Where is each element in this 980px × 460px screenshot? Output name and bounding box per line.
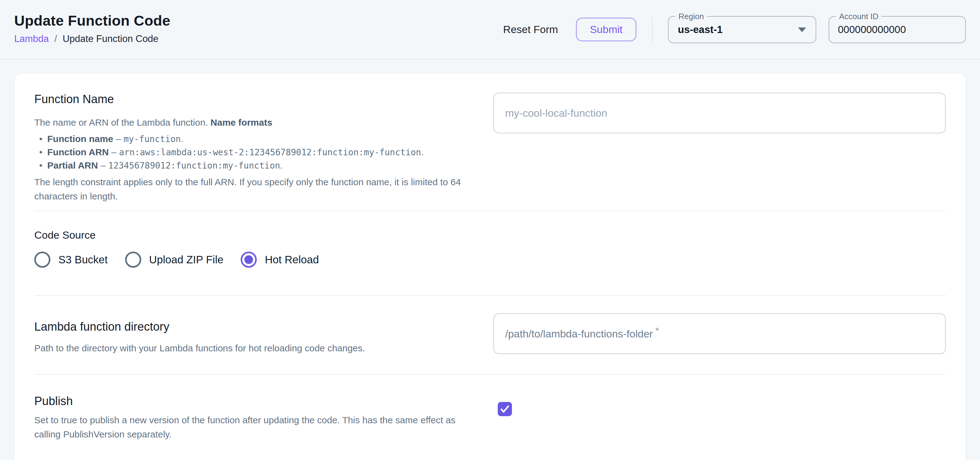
lambda-directory-text: Lambda function directory Path to the di… [34,313,467,374]
radio-label: Upload ZIP File [149,254,224,266]
breadcrumb-current: Update Function Code [63,33,159,44]
page-title: Update Function Code [14,13,170,29]
check-icon [500,404,510,414]
region-value: us-east-1 [678,24,723,35]
breadcrumb-link-lambda[interactable]: Lambda [14,33,49,44]
section-function-name: Function Name The name or ARN of the Lam… [34,73,946,211]
radio-circle-icon [241,252,257,268]
name-format-item: Function ARN – arn:aws:lambda:us-west-2:… [34,146,467,159]
page-header: Update Function Code Lambda / Update Fun… [0,0,980,60]
radio-circle-icon [34,252,50,268]
function-name-input-col [493,93,946,211]
lambda-directory-description: Path to the directory with your Lambda f… [34,341,467,355]
radio-option-s3-bucket[interactable]: S3 Bucket [34,252,108,268]
function-name-intro: The name or ARN of the Lambda function. … [34,116,467,130]
account-id-label: Account ID [836,12,881,21]
account-id-input[interactable] [838,24,956,35]
caret-down-icon [798,27,807,32]
publish-checkbox-col [493,395,946,441]
name-format-item: Partial ARN – 123456789012:function:my-f… [34,159,467,172]
function-name-input[interactable] [493,93,946,133]
submit-button[interactable]: Submit [576,17,636,41]
publish-heading: Publish [34,395,467,408]
header-actions: Reset Form Submit Region us-east-1 Accou… [503,16,966,43]
function-name-heading: Function Name [34,93,467,106]
account-id-field: Account ID [829,16,966,43]
breadcrumb: Lambda / Update Function Code [14,33,170,44]
required-asterisk: * [655,325,659,336]
publish-checkbox[interactable] [498,402,512,416]
code-source-heading: Code Source [34,229,946,241]
radio-circle-icon [125,252,141,268]
radio-option-upload-zip[interactable]: Upload ZIP File [125,252,224,268]
radio-option-hot-reload[interactable]: Hot Reload [241,252,319,268]
publish-text: Publish Set to true to publish a new ver… [34,395,467,441]
breadcrumb-separator: / [54,33,57,44]
section-lambda-directory: Lambda function directory Path to the di… [34,296,946,375]
name-format-list: Function name – my-function. Function AR… [34,133,467,172]
form-card: Function Name The name or ARN of the Lam… [14,73,966,460]
header-divider [652,17,652,42]
region-select[interactable]: Region us-east-1 [668,16,816,43]
header-title-block: Update Function Code Lambda / Update Fun… [14,13,170,44]
function-name-text: Function Name The name or ARN of the Lam… [34,93,467,211]
publish-description: Set to true to publish a new version of … [34,413,467,441]
section-code-source: Code Source S3 Bucket Upload ZIP File Ho… [34,211,946,296]
reset-form-button[interactable]: Reset Form [503,24,558,35]
region-label: Region [675,12,707,21]
function-name-outro: The length constraint applies only to th… [34,175,467,203]
lambda-directory-input-col: /path/to/lambda-functions-folder * [493,313,946,374]
lambda-directory-placeholder: /path/to/lambda-functions-folder [505,328,653,340]
name-format-item: Function name – my-function. [34,133,467,145]
section-publish: Publish Set to true to publish a new ver… [34,375,946,441]
lambda-directory-input[interactable]: /path/to/lambda-functions-folder * [493,313,946,354]
code-source-radio-group: S3 Bucket Upload ZIP File Hot Reload [34,252,946,268]
radio-label: S3 Bucket [58,254,108,266]
lambda-directory-heading: Lambda function directory [34,320,467,334]
radio-label: Hot Reload [265,254,319,266]
